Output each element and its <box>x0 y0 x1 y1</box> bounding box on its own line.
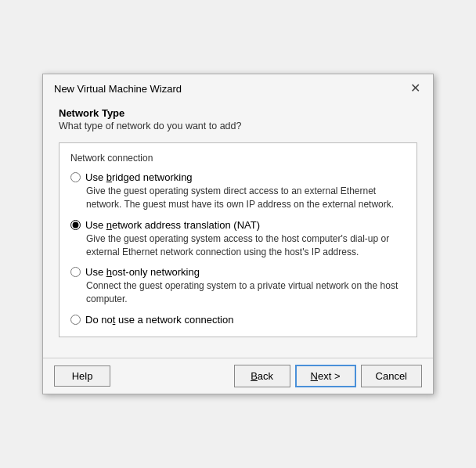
desc-nat: Give the guest operating system access t… <box>86 232 406 259</box>
radio-nat[interactable] <box>70 220 81 230</box>
label-nat[interactable]: Use network address translation (NAT) <box>85 219 260 231</box>
cancel-button[interactable]: Cancel <box>361 365 422 387</box>
dialog-title: New Virtual Machine Wizard <box>54 83 182 95</box>
label-bridged[interactable]: Use bridged networking <box>85 171 193 183</box>
radio-none[interactable] <box>70 315 81 325</box>
radio-hostonly[interactable] <box>70 267 81 277</box>
title-bar: New Virtual Machine Wizard ✕ <box>43 74 433 99</box>
dialog: New Virtual Machine Wizard ✕ Network Typ… <box>42 74 434 394</box>
option-hostonly: Use host-only networking Connect the gue… <box>70 266 406 306</box>
group-label: Network connection <box>70 153 406 164</box>
option-nat: Use network address translation (NAT) Gi… <box>70 219 406 259</box>
footer-right: Back Next > Cancel <box>234 365 422 387</box>
help-button[interactable]: Help <box>54 365 110 387</box>
footer: Help Back Next > Cancel <box>43 358 433 394</box>
dialog-content: Network Type What type of network do you… <box>43 99 433 358</box>
desc-hostonly: Connect the guest operating system to a … <box>86 279 406 306</box>
close-button[interactable]: ✕ <box>409 82 422 95</box>
network-connection-group: Network connection Use bridged networkin… <box>59 142 417 337</box>
option-none: Do not use a network connection <box>70 314 406 326</box>
back-button[interactable]: Back <box>234 365 290 387</box>
desc-bridged: Give the guest operating system direct a… <box>86 185 406 211</box>
label-hostonly[interactable]: Use host-only networking <box>85 266 200 278</box>
next-button[interactable]: Next > <box>295 365 356 387</box>
radio-bridged[interactable] <box>70 172 81 182</box>
section-subtitle: What type of network do you want to add? <box>59 121 417 131</box>
option-bridged: Use bridged networking Give the guest op… <box>70 171 406 211</box>
section-title: Network Type <box>59 107 417 119</box>
label-none[interactable]: Do not use a network connection <box>85 314 233 326</box>
